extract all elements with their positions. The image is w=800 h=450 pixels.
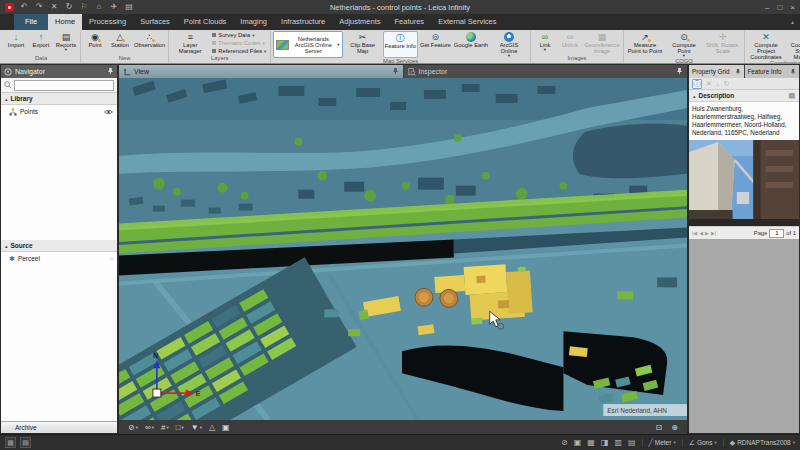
distance-unit-dropdown[interactable]: ╱ Meter ▾ xyxy=(642,439,676,447)
netherlands-arcgis-online-server-button[interactable]: Netherlands ArcGIS Online Server ▾ xyxy=(273,31,342,58)
points-visibility-icon[interactable]: ▣ xyxy=(574,438,582,447)
save-feature-icon[interactable]: ↓ xyxy=(716,78,720,90)
new-station-button[interactable]: △ Station xyxy=(108,31,132,55)
view-3d-button[interactable]: □▾ xyxy=(176,423,184,432)
tab-view[interactable]: View xyxy=(119,65,403,78)
feature-photo[interactable] xyxy=(689,140,799,226)
tab-external-services[interactable]: External Services xyxy=(431,14,503,30)
minimize-button[interactable]: – xyxy=(765,3,769,12)
georeference-image-button[interactable]: ▦ Georeference Image xyxy=(583,31,621,55)
new-point-button[interactable]: ◉ Point xyxy=(83,31,107,55)
log-toggle-icon[interactable]: ▤ xyxy=(20,437,31,448)
source-section-header[interactable]: ▴ Source xyxy=(1,240,117,252)
referenced-files-button[interactable]: Referenced Files ▾ xyxy=(212,48,266,54)
shift-rotate-scale-button[interactable]: ✛ Shift, Rotate, Scale xyxy=(704,31,742,58)
first-page-button[interactable]: |◀ xyxy=(692,230,697,236)
undo-icon[interactable]: ↶ xyxy=(19,0,29,14)
last-page-button[interactable]: ▶| xyxy=(711,230,716,236)
tree-item-perceel[interactable]: ✱ Perceel ○ xyxy=(1,252,117,265)
redo-icon[interactable]: ↷ xyxy=(34,0,44,14)
points-tree-icon xyxy=(9,108,17,116)
tab-property-grid[interactable]: Property Grid xyxy=(689,65,744,78)
survey-data-button[interactable]: Survey Data ▾ xyxy=(212,32,266,38)
tab-feature-info[interactable]: Feature Info xyxy=(745,65,800,78)
snap-grid-button[interactable]: #▾ xyxy=(161,423,169,432)
reports-button[interactable]: ▤ Reports ▾ xyxy=(54,31,78,55)
tab-point-clouds[interactable]: Point Clouds xyxy=(177,14,234,30)
card-icon[interactable]: ▤ xyxy=(124,0,134,14)
home-icon[interactable]: ⌂ xyxy=(94,0,104,14)
tab-infrastructure[interactable]: Infrastructure xyxy=(274,14,332,30)
grid-visibility-icon[interactable]: ▦ xyxy=(587,438,595,447)
frame-extent-icon: ⊡ xyxy=(656,423,663,432)
list-visibility-icon[interactable]: ▤ xyxy=(628,438,636,447)
refresh-feature-icon[interactable]: ↻ xyxy=(723,78,729,90)
page-number-input[interactable] xyxy=(769,229,784,238)
crs-dropdown[interactable]: ◆ RDNAPTrans2008 ▾ xyxy=(723,439,795,447)
pin-icon[interactable] xyxy=(107,68,114,75)
pin-icon[interactable] xyxy=(392,68,399,75)
archive-panel-button[interactable]: Archive xyxy=(1,421,117,433)
flag-icon[interactable]: ⚐ xyxy=(79,0,89,14)
export-button[interactable]: ↑ Export xyxy=(29,31,53,55)
tab-home[interactable]: Home xyxy=(48,14,82,30)
compute-point-button[interactable]: ⊙ Compute Point ▾ xyxy=(665,31,703,58)
form-view-icon[interactable]: ▤ xyxy=(788,92,795,100)
angle-unit-dropdown[interactable]: ∠ Gons ▾ xyxy=(682,439,717,447)
map-canvas[interactable]: N E Esri Nederland, AHN xyxy=(119,78,687,420)
tab-surfaces[interactable]: Surfaces xyxy=(133,14,177,30)
close-button[interactable]: × xyxy=(790,3,795,12)
measure-point-to-point-button[interactable]: ↗ Measure Point to Point xyxy=(626,31,664,58)
delete-feature-icon[interactable]: ✕ xyxy=(706,78,712,90)
delete-icon[interactable]: ✕ xyxy=(49,0,59,14)
maximize-button[interactable]: □ xyxy=(777,3,782,12)
link-button[interactable]: ∞ Link ▾ xyxy=(533,31,557,55)
arcgis-online-button[interactable]: ArcGIS Online ▾ xyxy=(490,31,528,58)
pan-button[interactable]: ⊕ xyxy=(671,423,678,432)
import-button[interactable]: ↓ Import xyxy=(4,31,28,55)
unlink-icon: ∞ xyxy=(567,32,573,42)
tab-imaging[interactable]: Imaging xyxy=(233,14,274,30)
info-button[interactable]: ⓘ xyxy=(692,79,702,89)
layer-manager-button[interactable]: ≡ Layer Manager xyxy=(171,31,209,55)
select-mode-button[interactable]: ⊘▾ xyxy=(128,423,138,432)
frame-extent-button[interactable]: ⊡ xyxy=(656,423,663,432)
tab-processing[interactable]: Processing xyxy=(82,14,133,30)
pin-icon[interactable] xyxy=(676,68,683,75)
no-filter-icon[interactable]: ⊘ xyxy=(561,438,568,447)
radio-circle-icon[interactable]: ○ xyxy=(109,256,113,262)
map-view[interactable]: N E Esri Nederland, AHN xyxy=(119,78,687,420)
library-section-header[interactable]: ▴ Library xyxy=(1,93,117,105)
next-page-button[interactable]: ▶ xyxy=(705,230,709,236)
visibility-eye-icon[interactable] xyxy=(104,109,113,115)
description-section-header[interactable]: ▴ Description ▤ xyxy=(689,90,799,102)
tab-file[interactable]: File xyxy=(14,14,48,30)
google-earth-button[interactable]: Google Earth xyxy=(453,31,489,58)
unlink-button[interactable]: ∞ Unlink xyxy=(558,31,582,55)
send-icon[interactable]: ✈ xyxy=(109,0,119,14)
split-view-icon[interactable]: ◨ xyxy=(601,438,609,447)
pin-icon[interactable] xyxy=(790,69,796,75)
compute-project-coordinates-button[interactable]: ✕ Compute Project Coordinates xyxy=(747,31,785,60)
capture-button[interactable]: ▣ xyxy=(222,423,230,432)
ribbon-collapse-button[interactable]: ▴ xyxy=(791,14,800,30)
pin-icon[interactable] xyxy=(735,69,741,75)
feature-info-button[interactable]: ⓘ Feature Info xyxy=(383,31,418,58)
prev-page-button[interactable]: ◀ xyxy=(699,230,703,236)
clip-base-map-button[interactable]: ✂ Clip Base Map xyxy=(344,31,382,58)
get-feature-button[interactable]: ⊚ Get Feature xyxy=(419,31,452,58)
terrain-button[interactable]: △ xyxy=(209,423,215,432)
search-input[interactable] xyxy=(14,80,114,91)
tab-inspector[interactable]: Inspector xyxy=(404,65,688,78)
coordinate-system-manager-button[interactable]: Coordinate System Manager xyxy=(786,31,800,60)
grid-toggle-icon[interactable]: ▦ xyxy=(5,437,16,448)
thematic-codes-button[interactable]: Thematic Codes ▾ xyxy=(212,40,266,46)
rows-visibility-icon[interactable]: ▥ xyxy=(614,438,622,447)
tree-item-points[interactable]: Points xyxy=(1,105,117,118)
tab-adjustments[interactable]: Adjustments xyxy=(332,14,387,30)
tab-features[interactable]: Features xyxy=(388,14,432,30)
refresh-icon[interactable]: ↻ xyxy=(64,0,74,14)
filters-button[interactable]: ▼▾ xyxy=(191,423,202,432)
new-observation-button[interactable]: ∴ Observation xyxy=(133,31,166,55)
link-mode-button[interactable]: ∞▾ xyxy=(145,423,154,432)
